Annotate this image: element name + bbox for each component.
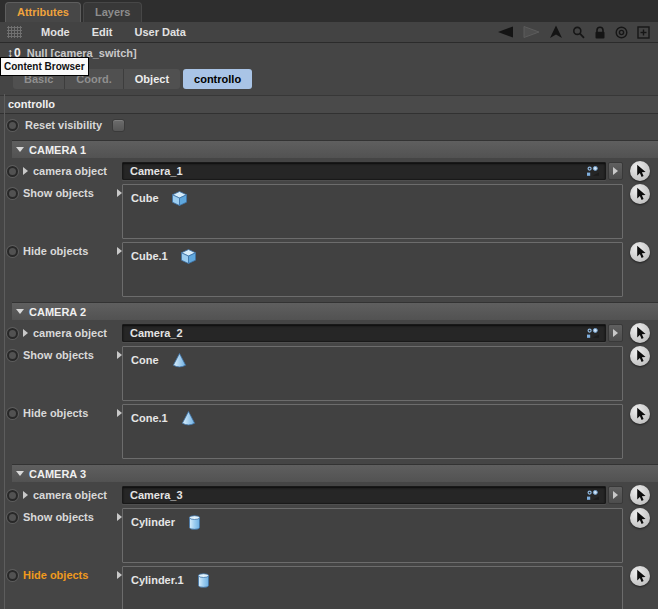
- pick-object-button[interactable]: [630, 404, 650, 424]
- camera-link-field[interactable]: Camera_1: [122, 162, 606, 180]
- keyframe-ring-icon[interactable]: [7, 120, 18, 131]
- keyframe-ring-icon[interactable]: [7, 570, 18, 581]
- keyframe-ring-icon[interactable]: [7, 350, 18, 361]
- show-objects-listbox[interactable]: Cube: [122, 184, 623, 239]
- camera-link-field[interactable]: Camera_2: [122, 324, 606, 342]
- reset-visibility-checkbox[interactable]: [112, 119, 125, 132]
- show-objects-label-col: Show objects: [7, 184, 122, 199]
- keyframe-ring-icon[interactable]: [7, 246, 18, 257]
- list-item[interactable]: Cylinder: [131, 512, 622, 532]
- keyframe-ring-icon[interactable]: [7, 512, 18, 523]
- reset-visibility-label: Reset visibility: [25, 119, 102, 131]
- pick-object-button[interactable]: [630, 566, 650, 586]
- cursor-arrow-icon: [634, 569, 647, 583]
- chevron-down-icon: [16, 309, 24, 314]
- keyframe-ring-icon[interactable]: [7, 490, 18, 501]
- menubar-icon-group: [497, 25, 650, 39]
- cursor-arrow-icon: [634, 164, 647, 178]
- show-objects-listbox[interactable]: Cone: [122, 346, 623, 401]
- tab-object[interactable]: Object: [124, 69, 180, 89]
- keyframe-ring-icon[interactable]: [7, 328, 18, 339]
- hide-objects-label-col: Hide objects: [7, 566, 122, 581]
- search-icon[interactable]: [572, 26, 585, 39]
- menu-mode[interactable]: Mode: [30, 26, 81, 38]
- tab-attributes[interactable]: Attributes: [5, 2, 81, 22]
- hide-objects-row: Hide objects Cone.1: [7, 404, 650, 459]
- camera-group-header[interactable]: CAMERA 1: [12, 140, 658, 158]
- chevron-right-icon[interactable]: [23, 329, 28, 337]
- show-objects-row: Show objects Cylinder: [7, 508, 650, 563]
- tab-layers[interactable]: Layers: [83, 2, 142, 22]
- panel-left-border: [4, 94, 5, 609]
- camera-groups-container: CAMERA 1 camera object Camera_1: [0, 140, 658, 609]
- list-item[interactable]: Cone.1: [131, 408, 622, 428]
- object-name: Cylinder: [131, 516, 175, 528]
- camera-object-row: camera object Camera_3: [7, 485, 650, 505]
- history-back-icon[interactable]: [497, 26, 514, 38]
- link-menu-button[interactable]: [608, 162, 623, 180]
- camera-group-title: CAMERA 2: [29, 306, 86, 318]
- camera-group: CAMERA 3 camera object Camera_3: [0, 464, 658, 609]
- camera-object-row: camera object Camera_1: [7, 161, 650, 181]
- attribute-tabs: Basic Coord. Object controllo: [13, 69, 658, 89]
- cursor-arrow-icon: [634, 245, 647, 259]
- camera-group: CAMERA 1 camera object Camera_1: [0, 140, 658, 297]
- menubar: Mode Edit User Data: [0, 22, 658, 43]
- reset-visibility-row: Reset visibility: [0, 115, 658, 135]
- chevron-right-icon: [613, 167, 618, 175]
- camera-group-header[interactable]: CAMERA 3: [12, 464, 658, 482]
- link-menu-button[interactable]: [608, 324, 623, 342]
- chevron-right-icon: [613, 329, 618, 337]
- pick-object-button[interactable]: [630, 346, 650, 366]
- menu-user-data[interactable]: User Data: [124, 26, 197, 38]
- camera-object-label-col: camera object: [7, 327, 122, 339]
- pick-object-button[interactable]: [630, 184, 650, 204]
- list-item[interactable]: Cylinder.1: [131, 570, 622, 590]
- hide-objects-listbox[interactable]: Cube.1: [122, 242, 623, 297]
- menu-edit[interactable]: Edit: [81, 26, 124, 38]
- pick-object-button[interactable]: [630, 485, 650, 505]
- show-objects-listbox[interactable]: Cylinder: [122, 508, 623, 563]
- list-item[interactable]: Cube.1: [131, 246, 622, 266]
- new-panel-icon[interactable]: [637, 26, 650, 39]
- chevron-right-icon[interactable]: [23, 167, 28, 175]
- chevron-right-icon[interactable]: [23, 491, 28, 499]
- cylinder-icon: [187, 514, 202, 531]
- camera-link-value: Camera_1: [130, 165, 183, 177]
- focus-icon[interactable]: [615, 26, 628, 39]
- hide-objects-label-col: Hide objects: [7, 242, 122, 257]
- cursor-arrow-icon: [634, 407, 647, 421]
- show-objects-label-col: Show objects: [7, 508, 122, 523]
- hide-objects-listbox[interactable]: Cone.1: [122, 404, 623, 459]
- hide-objects-label-col: Hide objects: [7, 404, 122, 419]
- cube-icon: [180, 248, 197, 265]
- pick-object-button[interactable]: [630, 161, 650, 181]
- list-item[interactable]: Cube: [131, 188, 622, 208]
- tab-controllo[interactable]: controllo: [183, 69, 252, 89]
- keyframe-ring-icon[interactable]: [7, 408, 18, 419]
- camera-object-label: camera object: [33, 327, 107, 339]
- cursor-arrow-icon: [634, 187, 647, 201]
- camera-object-label: camera object: [33, 489, 107, 501]
- pick-object-button[interactable]: [630, 323, 650, 343]
- object-name: Cylinder.1: [131, 574, 184, 586]
- pick-object-button[interactable]: [630, 508, 650, 528]
- link-menu-button[interactable]: [608, 486, 623, 504]
- lock-icon[interactable]: [594, 26, 606, 39]
- camera-object-label: camera object: [33, 165, 107, 177]
- camera-link-field[interactable]: Camera_3: [122, 486, 606, 504]
- history-forward-icon[interactable]: [523, 26, 540, 38]
- node-ports-icon: [586, 328, 600, 339]
- camera-group-header[interactable]: CAMERA 2: [12, 302, 658, 320]
- hide-objects-listbox[interactable]: Cylinder.1: [122, 566, 623, 609]
- navigate-up-icon[interactable]: [549, 25, 563, 39]
- drag-handle-icon[interactable]: [7, 26, 22, 38]
- pick-object-button[interactable]: [630, 242, 650, 262]
- tooltip-content-browser: Content Browser: [0, 57, 89, 76]
- cursor-arrow-icon: [634, 511, 647, 525]
- camera-link-value: Camera_3: [130, 489, 183, 501]
- keyframe-ring-icon[interactable]: [7, 188, 18, 199]
- keyframe-ring-icon[interactable]: [7, 166, 18, 177]
- list-item[interactable]: Cone: [131, 350, 622, 370]
- object-name: Cone: [131, 354, 159, 366]
